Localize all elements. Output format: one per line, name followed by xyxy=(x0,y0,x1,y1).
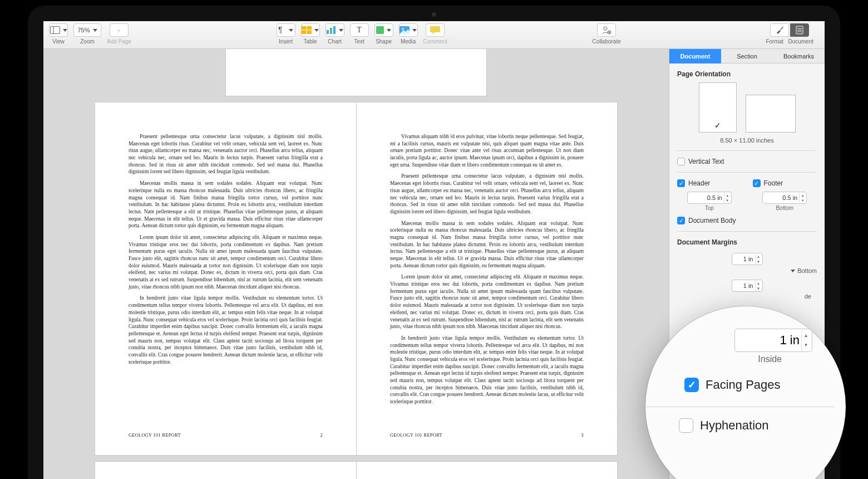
header-checkbox[interactable] xyxy=(677,179,685,187)
format-button[interactable] xyxy=(770,23,789,37)
divider xyxy=(677,231,817,232)
margin-value: 1 in xyxy=(743,256,753,262)
format-document-labels: Format Document xyxy=(766,38,813,45)
page-number: 3 xyxy=(581,432,584,438)
comment-icon xyxy=(430,26,440,34)
svg-rect-6 xyxy=(327,30,329,34)
hyphenation-checkbox[interactable] xyxy=(679,418,693,433)
hyphenation-label: Hyphenation xyxy=(700,418,769,433)
footer-bottom-value: 0.5 in xyxy=(782,194,797,201)
divider xyxy=(677,150,817,151)
inside-label: Inside xyxy=(758,354,782,364)
document-body-label: Document Body xyxy=(688,217,736,224)
facing-pages-label: Facing Pages xyxy=(706,378,781,392)
svg-rect-7 xyxy=(330,28,332,34)
vertical-text-checkbox[interactable] xyxy=(677,158,685,165)
footer-title: GEOLOGY 101 REPORT xyxy=(390,432,442,438)
chart-icon xyxy=(326,26,336,34)
document-canvas[interactable]: Praesent pellentesque urna consectetur l… xyxy=(43,49,669,479)
prev-page-bottom xyxy=(225,49,487,96)
page-right: Vivamus aliquam nibh id eros pulvinar, v… xyxy=(356,102,618,456)
margin-stepper-2[interactable]: 1 in ▲▼ xyxy=(732,280,763,292)
document-button[interactable] xyxy=(790,23,809,37)
svg-text:¶: ¶ xyxy=(278,26,283,34)
chevron-down-icon xyxy=(387,29,391,32)
chevron-down-icon xyxy=(339,29,343,32)
collaborate-icon xyxy=(601,26,611,35)
top-sublabel: Top xyxy=(677,205,742,211)
tab-section[interactable]: Section xyxy=(721,49,773,63)
inside-margin-stepper[interactable]: 1 in ▲▼ xyxy=(734,329,812,352)
page-orientation-title: Page Orientation xyxy=(677,70,817,78)
page-spread: Praesent pellentesque urna consectetur l… xyxy=(50,102,662,456)
chevron-down-icon xyxy=(412,29,417,32)
text-label: Text xyxy=(354,38,364,45)
paragraph: Praesent pellentesque urna consectetur l… xyxy=(390,173,584,215)
zoom-dropdown[interactable]: 75% xyxy=(73,23,101,37)
next-page-right xyxy=(356,461,618,479)
svg-point-11 xyxy=(402,28,404,30)
chevron-down-icon xyxy=(289,29,293,32)
page-number: 2 xyxy=(320,432,323,438)
shape-label: Shape xyxy=(376,38,392,45)
margin-stepper-1[interactable]: 1 in ▲▼ xyxy=(732,253,763,265)
orientation-portrait[interactable] xyxy=(699,82,737,133)
margin-de-label: de xyxy=(677,293,817,300)
text-button[interactable]: T xyxy=(350,23,369,37)
zoom-value: 75% xyxy=(77,27,90,33)
footer-checkbox[interactable] xyxy=(753,179,761,187)
svg-rect-0 xyxy=(50,27,60,34)
chevron-down-icon xyxy=(93,29,97,32)
chart-button[interactable] xyxy=(326,23,344,37)
collaborate-button[interactable] xyxy=(597,23,616,37)
header-top-value: 0.5 in xyxy=(707,194,722,201)
chevron-down-icon xyxy=(314,29,319,32)
page-footer: GEOLOGY 101 REPORT 3 xyxy=(390,427,584,438)
orientation-landscape[interactable] xyxy=(746,95,796,133)
media-button[interactable] xyxy=(399,23,418,37)
tab-bookmarks[interactable]: Bookmarks xyxy=(773,49,825,63)
page-left: Praesent pellentesque urna consectetur l… xyxy=(95,102,356,456)
chart-label: Chart xyxy=(328,38,341,45)
svg-rect-9 xyxy=(376,26,384,34)
paragraph: Maecenas mollis massa in sem sodales sod… xyxy=(129,180,323,229)
shape-icon xyxy=(376,26,384,34)
bottom-sublabel: Bottom xyxy=(753,205,817,211)
media-label: Media xyxy=(401,38,416,45)
toolbar: View 75% Zoom ＋ Add Page ¶ xyxy=(43,21,825,49)
table-label: Table xyxy=(304,38,317,45)
document-body-checkbox[interactable] xyxy=(677,217,685,224)
collaborate-label: Collaborate xyxy=(593,38,621,45)
shape-button[interactable] xyxy=(374,23,393,37)
footer-bottom-stepper[interactable]: 0.5 in ▲▼ xyxy=(762,192,807,204)
comment-button[interactable] xyxy=(426,23,445,37)
orientation-chooser xyxy=(677,82,817,133)
paragraph: In hendrerit justo vitae ligula tempor m… xyxy=(129,295,323,365)
tab-document[interactable]: Document xyxy=(669,49,721,63)
table-button[interactable] xyxy=(301,23,320,37)
inside-margin-value: 1 in xyxy=(780,333,800,348)
insert-label: Insert xyxy=(279,38,293,45)
header-top-stepper[interactable]: 0.5 in ▲▼ xyxy=(687,192,732,204)
facing-pages-checkbox[interactable] xyxy=(684,378,699,392)
svg-rect-12 xyxy=(430,26,440,32)
next-page-left xyxy=(95,461,356,479)
insert-button[interactable]: ¶ xyxy=(277,23,295,37)
vertical-text-label: Vertical Text xyxy=(688,158,724,165)
paragraph: Vivamus aliquam nibh id eros pulvinar, v… xyxy=(390,133,584,168)
document-margins-title: Document Margins xyxy=(677,238,817,246)
add-page-button[interactable]: ＋ xyxy=(110,23,129,37)
comment-label: Comment xyxy=(423,38,447,45)
add-page-label: Add Page xyxy=(107,38,131,45)
paragraph: Praesent pellentesque urna consectetur l… xyxy=(129,133,323,175)
view-button[interactable] xyxy=(49,23,68,37)
paragraph: Lorem ipsum dolor sit amet, consectetur … xyxy=(390,273,584,330)
footer-label: Footer xyxy=(764,179,783,187)
svg-point-13 xyxy=(604,27,607,30)
page-footer: GEOLOGY 101 REPORT 2 xyxy=(129,427,323,438)
page-size-label: 8.50 × 11.00 inches xyxy=(677,137,817,144)
chevron-down-icon xyxy=(63,29,67,32)
view-icon xyxy=(50,26,60,34)
footer-title: GEOLOGY 101 REPORT xyxy=(129,432,181,438)
svg-rect-8 xyxy=(333,26,336,34)
